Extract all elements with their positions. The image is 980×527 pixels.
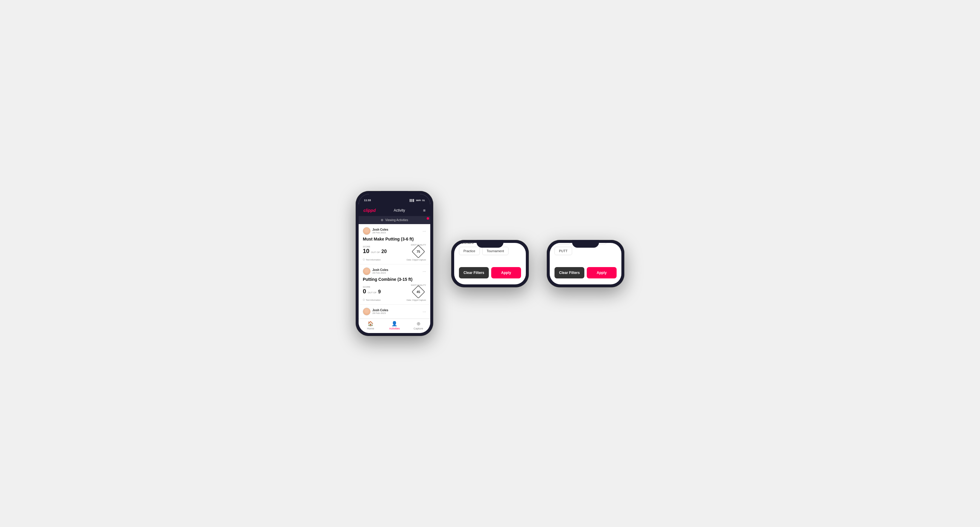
shot-quality-block-2: Shot Quality 45 xyxy=(411,284,426,297)
modal-footer-2: Clear Filters Apply xyxy=(454,264,526,284)
home-icon-1: 🏠 xyxy=(368,321,374,327)
score-block-2: Score 0 OUT OF 9 xyxy=(363,286,381,295)
modal-footer-3: Clear Filters Apply xyxy=(550,264,621,284)
phone-3-screen: 11:33 ▌▌▌ WiFi 51 clippd Activity ≡ ⚙ Vi… xyxy=(550,243,621,284)
notch-1 xyxy=(381,191,408,199)
score-values-1: 10 OUT OF 20 xyxy=(363,248,387,254)
card-header-2: Josh Coles 28 Feb 2023 ··· xyxy=(363,267,426,275)
card-footer-1: ⓘ Test Information Data: Clippd Capture xyxy=(363,258,426,261)
data-source-1: Data: Clippd Capture xyxy=(407,259,426,261)
more-options-3[interactable]: ··· xyxy=(423,310,426,314)
card-title-1: Must Make Putting (3-6 ft) xyxy=(363,237,426,241)
avatar-3 xyxy=(363,308,371,316)
shot-quality-badge-wrap-2: 45 xyxy=(411,287,426,297)
out-of-value-2: 9 xyxy=(378,289,381,295)
cards-container-1: Josh Coles 28 Feb 2023 ··· Must Make Put… xyxy=(359,224,430,319)
shot-quality-badge-wrap-1: 75 xyxy=(411,247,426,256)
logo-1: clippd xyxy=(363,208,375,213)
stats-row-2: Score 0 OUT OF 9 Shot Quality 45 xyxy=(363,284,426,297)
more-options-2[interactable]: ··· xyxy=(423,269,426,273)
nav-activities-1[interactable]: 👤 Activities xyxy=(382,321,406,330)
nav-bar-1: clippd Activity ≡ xyxy=(359,205,430,216)
viewing-banner-1[interactable]: ⚙ Viewing Activities xyxy=(359,216,430,224)
avatar-1 xyxy=(363,227,371,235)
activity-card-2: Josh Coles 28 Feb 2023 ··· Putting Combi… xyxy=(359,264,430,305)
data-source-2: Data: Clippd Capture xyxy=(407,299,426,301)
practice-btn-2[interactable]: Practice xyxy=(459,247,480,255)
user-date-1: 28 Feb 2023 xyxy=(372,231,388,234)
phone-3: 11:33 ▌▌▌ WiFi 51 clippd Activity ≡ ⚙ Vi… xyxy=(547,240,624,287)
nav-capture-1[interactable]: ⊕ Capture xyxy=(406,321,430,330)
apply-btn-2[interactable]: Apply xyxy=(491,267,521,278)
card-title-2: Putting Combine (3-15 ft) xyxy=(363,277,426,282)
user-name-1: Josh Coles xyxy=(372,228,388,231)
battery-icon: 51 xyxy=(422,199,425,202)
filter-modal-3: Filter ✕ Show Rounds Practice Drills Pra… xyxy=(550,243,621,284)
notch-2 xyxy=(477,240,503,248)
phone-1: 11:33 ▌▌▌ WiFi 51 clippd Activity ≡ ⚙ Vi… xyxy=(356,191,433,336)
capture-icon-1: ⊕ xyxy=(417,321,420,327)
card-header-1: Josh Coles 28 Feb 2023 ··· xyxy=(363,227,426,235)
notch-3 xyxy=(572,240,599,248)
info-icon-2: ⓘ xyxy=(363,298,365,302)
avatar-name-2: Josh Coles 28 Feb 2023 xyxy=(363,267,388,275)
stats-row-1: Score 10 OUT OF 20 Shot Quality xyxy=(363,244,426,256)
tournament-btn-2[interactable]: Tournament xyxy=(482,247,509,255)
user-date-3: 28 Feb 2023 xyxy=(372,312,388,314)
clear-filters-btn-3[interactable]: Clear Filters xyxy=(555,267,584,278)
menu-icon-1[interactable]: ≡ xyxy=(423,208,425,213)
filter-settings-icon-1: ⚙ xyxy=(381,218,383,222)
phone-1-screen: 11:33 ▌▌▌ WiFi 51 clippd Activity ≡ ⚙ Vi… xyxy=(359,194,430,333)
shot-quality-badge-2: 45 xyxy=(412,285,425,298)
user-info-3: Josh Coles 28 Feb 2023 xyxy=(372,309,388,314)
shot-quality-badge-1: 75 xyxy=(412,245,425,258)
card-footer-2: ⓘ Test Information Data: Clippd Capture xyxy=(363,298,426,302)
test-info-1[interactable]: ⓘ Test Information xyxy=(363,258,381,261)
more-options-1[interactable]: ··· xyxy=(423,229,426,233)
avatar-name-1: Josh Coles 28 Feb 2023 xyxy=(363,227,388,235)
user-name-2: Josh Coles xyxy=(372,268,388,271)
scene: 11:33 ▌▌▌ WiFi 51 clippd Activity ≡ ⚙ Vi… xyxy=(344,179,636,348)
user-info-2: Josh Coles 28 Feb 2023 xyxy=(372,268,388,274)
rounds-filter-buttons-2: Practice Tournament xyxy=(459,247,521,255)
activities-icon-1: 👤 xyxy=(391,321,398,327)
clear-filters-btn-2[interactable]: Clear Filters xyxy=(459,267,489,278)
nav-title-1: Activity xyxy=(394,208,405,213)
phone-2-screen: 11:33 ▌▌▌ WiFi 51 clippd Activity ≡ ⚙ Vi… xyxy=(454,243,526,284)
avatar-name-3: Josh Coles 28 Feb 2023 xyxy=(363,308,388,316)
score-value-2: 0 xyxy=(363,288,366,295)
score-value-1: 10 xyxy=(363,248,369,254)
score-block-1: Score 10 OUT OF 20 xyxy=(363,246,387,254)
activity-card-3: Josh Coles 28 Feb 2023 ··· xyxy=(359,305,430,319)
activities-label-1: Activities xyxy=(389,327,400,330)
nav-home-1[interactable]: 🏠 Home xyxy=(359,321,382,330)
status-icons-1: ▌▌▌ WiFi 51 xyxy=(410,199,425,202)
ott-btn-3[interactable]: OTT xyxy=(555,243,570,244)
time-1: 11:33 xyxy=(364,199,371,202)
home-label-1: Home xyxy=(367,327,374,330)
shot-quality-block-1: Shot Quality 75 xyxy=(411,244,426,256)
out-of-1: OUT OF xyxy=(371,251,380,254)
avatar-2 xyxy=(363,267,371,275)
phone-2: 11:33 ▌▌▌ WiFi 51 clippd Activity ≡ ⚙ Vi… xyxy=(451,240,529,287)
viewing-label-1: Viewing Activities xyxy=(385,218,408,222)
putt-btn-3[interactable]: PUTT xyxy=(555,247,572,255)
signal-icon: ▌▌▌ xyxy=(410,199,415,202)
user-date-2: 28 Feb 2023 xyxy=(372,271,388,274)
out-of-value-1: 20 xyxy=(381,249,387,254)
out-of-2: OUT OF xyxy=(368,291,377,294)
card-header-3: Josh Coles 28 Feb 2023 ··· xyxy=(363,308,426,316)
wifi-icon: WiFi xyxy=(416,199,421,202)
score-values-2: 0 OUT OF 9 xyxy=(363,288,381,295)
filter-modal-2: Filter ✕ Show Rounds Practice Drills Rou… xyxy=(454,243,526,284)
user-info-1: Josh Coles 28 Feb 2023 xyxy=(372,228,388,234)
bottom-nav-1: 🏠 Home 👤 Activities ⊕ Capture xyxy=(359,319,430,333)
capture-label-1: Capture xyxy=(414,327,423,330)
apply-btn-3[interactable]: Apply xyxy=(587,267,617,278)
info-icon-1: ⓘ xyxy=(363,258,365,261)
test-info-2[interactable]: ⓘ Test Information xyxy=(363,298,381,302)
activity-card-1: Josh Coles 28 Feb 2023 ··· Must Make Put… xyxy=(359,224,430,264)
red-dot-1 xyxy=(427,217,429,220)
user-name-3: Josh Coles xyxy=(372,309,388,312)
